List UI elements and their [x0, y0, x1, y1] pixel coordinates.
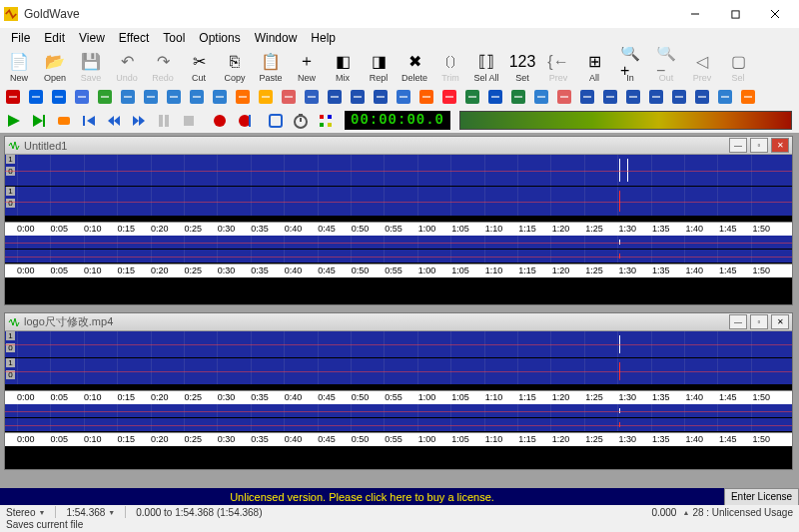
child-close[interactable]: ✕: [771, 138, 789, 153]
effect-button-24[interactable]: [554, 87, 574, 107]
effect-button-4[interactable]: [95, 87, 115, 107]
svg-rect-48: [491, 96, 499, 98]
effect-button-16[interactable]: [371, 87, 391, 107]
open-button[interactable]: 📂Open: [38, 49, 72, 85]
close-button[interactable]: [755, 2, 795, 26]
effect-button-29[interactable]: [669, 87, 689, 107]
effect-button-15[interactable]: [348, 87, 368, 107]
play-end-button[interactable]: [53, 110, 75, 132]
menu-window[interactable]: Window: [248, 29, 305, 47]
paste-button[interactable]: 📋Paste: [254, 49, 288, 85]
menu-edit[interactable]: Edit: [37, 29, 72, 47]
new-button[interactable]: 📄New: [2, 49, 36, 85]
license-message[interactable]: Unlicensed version. Please click here to…: [0, 491, 724, 503]
svg-rect-52: [537, 96, 545, 98]
cut-button[interactable]: ✂Cut: [182, 49, 216, 85]
audio-window-title[interactable]: Untitled1 — ▫ ✕: [5, 137, 792, 155]
effect-button-10[interactable]: [233, 87, 253, 107]
config-button[interactable]: [315, 110, 337, 132]
loop-button[interactable]: [265, 110, 287, 132]
enter-license-button[interactable]: Enter License: [724, 488, 799, 506]
play-button[interactable]: [3, 110, 25, 132]
audio-window-title[interactable]: logo尺寸修改.mp4 — ▫ ✕: [5, 313, 792, 331]
dropdown-icon[interactable]: ▼: [108, 509, 115, 516]
play-sel-button[interactable]: [28, 110, 50, 132]
record-sel-button[interactable]: [234, 110, 256, 132]
timer-button[interactable]: [290, 110, 312, 132]
waveform-overview[interactable]: [5, 404, 792, 432]
delete-button[interactable]: ✖Delete: [398, 49, 431, 85]
time-ruler[interactable]: 0:000:050:100:150:200:250:300:350:400:45…: [5, 390, 792, 404]
effect-button-22[interactable]: [508, 87, 528, 107]
effect-button-2[interactable]: [49, 87, 69, 107]
prev-mark-button[interactable]: [78, 110, 100, 132]
waveform-main[interactable]: 10 10: [5, 331, 792, 385]
effect-button-32[interactable]: [738, 87, 758, 107]
effect-button-6[interactable]: [141, 87, 161, 107]
menu-file[interactable]: File: [4, 29, 37, 47]
effect-button-21[interactable]: [485, 87, 505, 107]
rewind-button[interactable]: [103, 110, 125, 132]
menu-help[interactable]: Help: [304, 29, 343, 47]
effect-button-12[interactable]: [279, 87, 299, 107]
minimize-button[interactable]: [675, 2, 715, 26]
set-button[interactable]: 123Set: [505, 49, 539, 85]
dropdown-icon[interactable]: ▲: [682, 509, 689, 516]
effect-button-9[interactable]: [210, 87, 230, 107]
effect-button-30[interactable]: [692, 87, 712, 107]
time-tick: 0:45: [318, 434, 336, 444]
forward-button[interactable]: [128, 110, 150, 132]
all-button[interactable]: ⊞All: [577, 49, 611, 85]
effect-button-27[interactable]: [623, 87, 643, 107]
effect-button-18[interactable]: [416, 87, 436, 107]
effect-button-28[interactable]: [646, 87, 666, 107]
effect-button-25[interactable]: [577, 87, 597, 107]
pause-button[interactable]: [153, 110, 175, 132]
child-maximize[interactable]: ▫: [750, 138, 768, 153]
mix-button[interactable]: ◧Mix: [326, 49, 360, 85]
effect-button-7[interactable]: [164, 87, 184, 107]
toolbar-label: Paste: [259, 73, 282, 83]
child-minimize[interactable]: —: [729, 314, 747, 329]
effect-button-0[interactable]: [3, 87, 23, 107]
svg-rect-30: [285, 96, 293, 98]
in-button[interactable]: 🔍+In: [613, 49, 647, 85]
waveform-overview[interactable]: [5, 236, 792, 264]
effect-button-8[interactable]: [187, 87, 207, 107]
new2-button[interactable]: ＋New: [290, 49, 324, 85]
time-ruler[interactable]: 0:000:050:100:150:200:250:300:350:400:45…: [5, 222, 792, 236]
effect-button-26[interactable]: [600, 87, 620, 107]
effect-button-13[interactable]: [302, 87, 322, 107]
repl-button[interactable]: ◨Repl: [362, 49, 396, 85]
menu-view[interactable]: View: [72, 29, 112, 47]
effect-button-5[interactable]: [118, 87, 138, 107]
svg-rect-54: [560, 96, 568, 98]
effect-button-14[interactable]: [325, 87, 345, 107]
maximize-button[interactable]: [715, 2, 755, 26]
effect-button-11[interactable]: [256, 87, 276, 107]
effect-button-3[interactable]: [72, 87, 92, 107]
effect-button-31[interactable]: [715, 87, 735, 107]
waveform-main[interactable]: 10 10: [5, 155, 792, 217]
wave-icon: [8, 140, 20, 152]
dropdown-icon[interactable]: ▼: [38, 509, 45, 516]
copy-button[interactable]: ⎘Copy: [218, 49, 252, 85]
child-minimize[interactable]: —: [729, 138, 747, 153]
overview-ruler[interactable]: 0:000:050:100:150:200:250:300:350:400:45…: [5, 264, 792, 277]
child-maximize[interactable]: ▫: [750, 314, 768, 329]
effect-button-17[interactable]: [394, 87, 413, 107]
record-button[interactable]: [209, 110, 231, 132]
menu-effect[interactable]: Effect: [112, 29, 156, 47]
time-tick: 0:05: [50, 434, 68, 444]
effect-button-19[interactable]: [439, 87, 459, 107]
time-tick: 0:20: [151, 266, 169, 275]
menu-options[interactable]: Options: [192, 29, 247, 47]
effect-button-23[interactable]: [531, 87, 551, 107]
selall-button[interactable]: ⟦⟧Sel All: [469, 49, 503, 85]
overview-ruler[interactable]: 0:000:050:100:150:200:250:300:350:400:45…: [5, 432, 792, 446]
menu-tool[interactable]: Tool: [156, 29, 192, 47]
effect-button-1[interactable]: [26, 87, 46, 107]
stop-button[interactable]: [178, 110, 200, 132]
child-close[interactable]: ✕: [771, 314, 789, 329]
effect-button-20[interactable]: [462, 87, 482, 107]
